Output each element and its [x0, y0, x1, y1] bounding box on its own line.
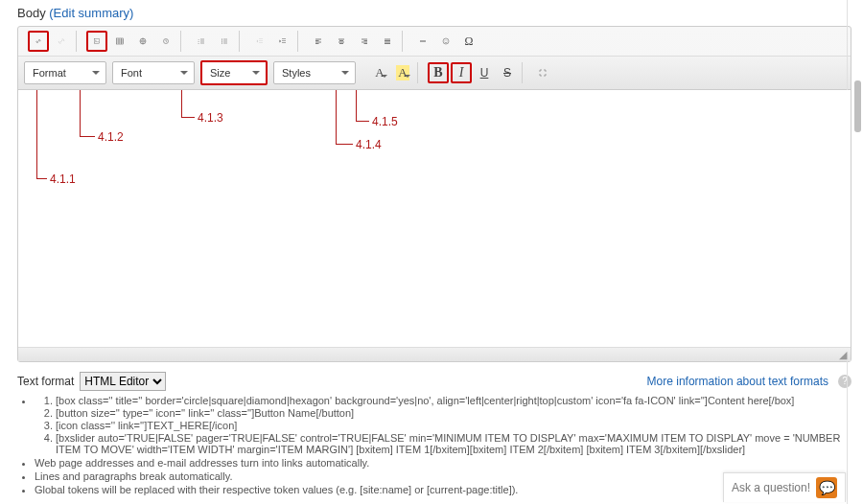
ask-a-question-widget[interactable]: Ask a question! 💬: [723, 472, 846, 502]
bg-color-button[interactable]: A: [392, 62, 413, 83]
hint-inner-3: [icon class='' link='']TEXT_HERE[/icon]: [56, 420, 851, 431]
hr-button[interactable]: [412, 31, 433, 52]
editor-content-area[interactable]: 4.1.1 4.1.2 4.1.3 4.1.4 4.1.5: [18, 90, 851, 347]
align-left-button[interactable]: [308, 31, 329, 52]
page-scrollbar[interactable]: [851, 0, 861, 504]
body-label-text: Body: [17, 6, 46, 20]
link-button[interactable]: [28, 31, 49, 52]
align-right-button[interactable]: [354, 31, 375, 52]
ask-label: Ask a question!: [732, 481, 810, 494]
indent-button[interactable]: [272, 31, 293, 52]
hint-outer-1: Web page addresses and e-mail addresses …: [35, 457, 851, 469]
bold-button[interactable]: B: [428, 62, 449, 83]
styles-combo[interactable]: Styles: [273, 61, 356, 84]
italic-button[interactable]: I: [451, 62, 472, 83]
svg-rect-0: [94, 39, 99, 44]
edit-summary-link[interactable]: (Edit summary): [49, 6, 133, 20]
svg-point-1: [95, 40, 96, 41]
callout-413: 4.1.3: [198, 111, 223, 125]
svg-point-13: [447, 40, 448, 41]
callout-412: 4.1.2: [98, 130, 124, 144]
size-combo-label: Size: [210, 67, 230, 79]
hint-inner-1: [box class='' title='' border='circle|sq…: [56, 395, 851, 406]
more-info-link[interactable]: More information about text formats: [647, 375, 828, 388]
styles-combo-label: Styles: [282, 67, 311, 79]
toolbar-row-2: Format Font Size Styles A A B I U S: [18, 57, 851, 90]
image-button[interactable]: [86, 31, 107, 52]
text-color-button[interactable]: A: [369, 62, 390, 83]
underline-button[interactable]: U: [474, 62, 495, 83]
help-icon[interactable]: ?: [838, 375, 851, 388]
callout-415: 4.1.5: [372, 115, 398, 128]
table-button[interactable]: [109, 31, 130, 52]
format-combo-label: Format: [33, 67, 66, 79]
hint-inner-2: [button size='' type='' icon='' link='' …: [56, 407, 851, 419]
special-insert-button[interactable]: [155, 31, 176, 52]
svg-text:3: 3: [198, 42, 200, 44]
text-format-select[interactable]: HTML Editor: [80, 372, 166, 391]
svg-rect-2: [117, 38, 124, 44]
svg-point-8: [222, 39, 222, 40]
align-justify-button[interactable]: [377, 31, 398, 52]
align-center-button[interactable]: [331, 31, 352, 52]
callout-411: 4.1.1: [50, 172, 76, 186]
toolbar-row-1: 123 Ω: [18, 27, 851, 57]
chat-icon: 💬: [816, 477, 837, 498]
iframe-button[interactable]: [132, 31, 153, 52]
svg-point-9: [222, 41, 222, 42]
maximize-button[interactable]: [532, 62, 553, 83]
rich-text-editor: 123 Ω Format Font Size: [17, 26, 851, 362]
editor-resize-handle[interactable]: [18, 347, 851, 361]
strike-button[interactable]: S: [497, 62, 518, 83]
hint-inner-4: [bxslider auto='TRUE|FALSE' pager='TRUE|…: [56, 432, 851, 455]
hint-item: [box class='' title='' border='circle|sq…: [35, 395, 851, 455]
size-combo[interactable]: Size: [200, 60, 268, 85]
emoji-button[interactable]: [435, 31, 456, 52]
font-combo-label: Font: [121, 67, 142, 79]
format-combo[interactable]: Format: [24, 61, 106, 84]
outdent-button[interactable]: [249, 31, 270, 52]
svg-point-10: [222, 43, 222, 44]
numbered-list-button[interactable]: 123: [191, 31, 212, 52]
bullet-list-button[interactable]: [214, 31, 235, 52]
svg-point-11: [443, 38, 449, 44]
unlink-button[interactable]: [51, 31, 72, 52]
font-combo[interactable]: Font: [112, 61, 195, 84]
callout-414: 4.1.4: [356, 138, 382, 151]
field-label: Body (Edit summary): [17, 6, 851, 20]
svg-point-12: [445, 40, 446, 41]
special-char-button[interactable]: Ω: [458, 31, 479, 52]
text-format-label: Text format: [17, 375, 74, 388]
